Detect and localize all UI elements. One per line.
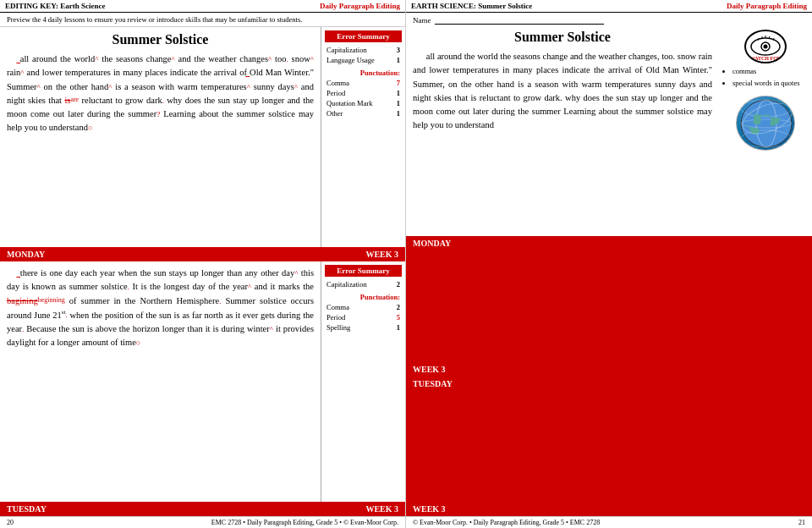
watch-for-label: WATCH FOR: [746, 56, 785, 61]
error-row: Comma 2: [325, 302, 402, 312]
error-row: Capitalization 3: [325, 45, 402, 55]
error-table-1: Capitalization 3 Language Usage 1 Punctu…: [325, 45, 402, 118]
tuesday-section: ̲there is one day each year when the sun…: [0, 261, 405, 502]
tuesday-paragraph: ̲there is one day each year when the sun…: [0, 261, 321, 502]
period-tue-2: .: [219, 297, 221, 305]
tuesday-week-bar: TUESDAY WEEK 3: [0, 502, 405, 516]
qmark: ?: [156, 110, 160, 118]
error-label: Comma: [325, 302, 391, 312]
period-end: ○: [88, 124, 92, 132]
period-tue-4: .: [22, 325, 24, 333]
week-label-1: WEEK 3: [365, 250, 398, 259]
day-label-1: MONDAY: [7, 250, 45, 259]
error-count: 5: [391, 312, 402, 322]
error-row: Period 5: [325, 312, 402, 322]
page-number-left: 20: [7, 519, 14, 526]
error-row: Comma 7: [325, 78, 402, 88]
error-label: Other: [325, 108, 392, 118]
caret-tue-3: ^: [270, 325, 273, 333]
error-row: Quotation Mark 1: [325, 98, 402, 108]
error-count: 3: [392, 45, 402, 55]
error-count: 1: [392, 108, 402, 118]
monday-text: ̲all around the world^ the seasons chang…: [7, 52, 314, 135]
caret-5: ^: [20, 69, 24, 77]
period-1: .: [287, 55, 288, 63]
right-top-bar: EARTH SCIENCE: Summer Solstice Daily Par…: [406, 0, 812, 13]
error-count: 2: [391, 302, 402, 312]
caret-9: ^: [294, 83, 298, 91]
watch-item-1: commas: [732, 67, 800, 77]
day-label-2: TUESDAY: [7, 504, 47, 514]
error-table-2: Capitalization 2 Punctuation: Comma 2 Pe…: [325, 279, 402, 333]
watch-for-box: WATCH FOR commas special words in quotes: [719, 26, 812, 236]
error-count: 1: [391, 322, 402, 333]
error-row: Spelling 1: [325, 322, 402, 333]
caret-tue-1: ^: [294, 269, 298, 278]
error-count: 1: [392, 98, 402, 108]
right-page: EARTH SCIENCE: Summer Solstice Daily Par…: [406, 0, 812, 528]
error-summary-title-2: Error Summary: [325, 265, 402, 277]
left-page-footer: 20 EMC 2728 • Daily Paragraph Editing, G…: [0, 516, 405, 528]
right-day-label-2: TUESDAY: [413, 379, 805, 388]
footer-left-right: © Evan-Moor Corp. • Daily Paragraph Edit…: [413, 519, 600, 526]
error-label: Capitalization: [325, 45, 392, 55]
caret-4: ^: [310, 55, 314, 63]
error-count: 1: [392, 88, 402, 98]
caret-3: ^: [268, 55, 272, 63]
name-underline: [435, 16, 604, 25]
error-count: 1: [392, 55, 402, 65]
watch-for-icon: WATCH FOR: [744, 30, 787, 63]
page-number-right: 21: [798, 519, 805, 526]
right-monday-week-bar: MONDAY WEEK 3: [406, 236, 812, 377]
error-category-label: Punctuation:: [325, 289, 402, 302]
monday-week-bar: MONDAY WEEK 3: [0, 247, 405, 261]
monday-paragraph: Summer Solstice ̲all around the world^ t…: [0, 27, 321, 247]
spelling-error: bagining: [7, 296, 38, 305]
watch-item-2: special words in quotes: [732, 79, 800, 89]
error-label: Quotation Mark: [325, 98, 392, 108]
footer-center: EMC 2728 • Daily Paragraph Editing, Grad…: [211, 519, 398, 526]
period-tue-end: ○: [136, 338, 140, 347]
correction-are: are: [70, 96, 79, 103]
right-monday-paragraph: Summer Solstice all around the world the…: [406, 26, 719, 236]
left-top-bar-subtitle: Daily Paragraph Editing: [320, 2, 400, 10]
tuesday-text: ̲there is one day each year when the sun…: [7, 267, 314, 349]
right-monday-section: Summer Solstice all around the world the…: [406, 26, 812, 236]
caret-8: ^: [247, 83, 250, 91]
error-row: Other 1: [325, 108, 402, 118]
section-title-1: Summer Solstice: [7, 32, 314, 47]
caret-6: ^: [37, 83, 41, 91]
right-week-label-1: WEEK 3: [413, 365, 805, 374]
error-label: Period: [325, 312, 391, 322]
right-day-label-1: MONDAY: [413, 239, 805, 248]
watch-for-list: commas special words in quotes: [724, 67, 800, 91]
error-label: Comma: [325, 78, 392, 88]
right-week-label-2: WEEK 3: [413, 504, 805, 514]
monday-section: Summer Solstice ̲all around the world^ t…: [0, 27, 405, 247]
error-category-label: Punctuation:: [325, 65, 402, 78]
caret-2: ^: [172, 55, 175, 63]
caret-7: ^: [108, 83, 112, 91]
spelling-correction: beginning: [38, 296, 65, 304]
period-2: .: [162, 96, 164, 105]
tuesday-error-panel: Error Summary Capitalization 2 Punctuati…: [321, 261, 405, 502]
left-page: EDITING KEY: Earth Science Daily Paragra…: [0, 0, 406, 528]
monday-error-panel: Error Summary Capitalization 3 Language …: [321, 27, 405, 247]
caret-1: ^: [95, 55, 98, 63]
globe-svg: [737, 96, 795, 151]
period-tue-1: .: [128, 283, 129, 291]
preview-text: Preview the 4 daily lessons to ensure yo…: [0, 13, 405, 27]
error-count: 7: [392, 78, 402, 88]
svg-line-3: [758, 38, 759, 41]
name-label: Name: [413, 16, 431, 25]
globe-decoration: [736, 96, 795, 151]
caret-tue-2: ^: [248, 283, 251, 291]
right-page-footer: © Evan-Moor Corp. • Daily Paragraph Edit…: [406, 516, 812, 528]
error-count: 2: [391, 279, 402, 289]
period-tue-3: .: [65, 311, 67, 319]
left-top-bar: EDITING KEY: Earth Science Daily Paragra…: [0, 0, 405, 13]
error-row: Capitalization 2: [325, 279, 402, 289]
right-section-title: Summer Solstice: [413, 30, 712, 45]
week-label-2: WEEK 3: [365, 504, 398, 514]
svg-point-2: [764, 45, 768, 49]
